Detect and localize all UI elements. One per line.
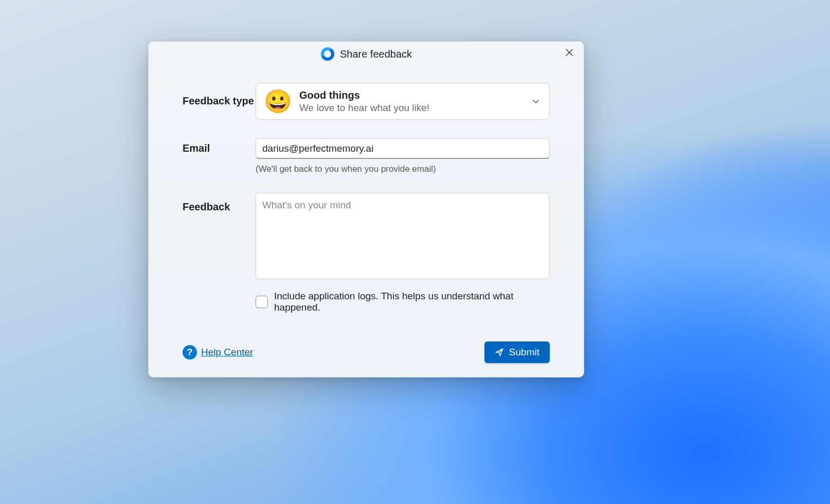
row-feedback: Feedback Include application logs. This … <box>183 193 550 313</box>
submit-button[interactable]: Submit <box>484 341 550 363</box>
label-feedback: Feedback <box>183 193 256 213</box>
row-feedback-type: Feedback type 😀 Good things We love to h… <box>183 83 550 120</box>
dialog-header: Share feedback <box>149 42 584 66</box>
share-feedback-dialog: Share feedback Feedback type 😀 Good thin… <box>148 41 584 377</box>
chevron-down-icon <box>531 98 541 105</box>
include-logs-row: Include application logs. This helps us … <box>256 291 550 313</box>
close-icon <box>566 49 573 58</box>
feedback-type-title: Good things <box>299 88 522 102</box>
grinning-face-icon: 😀 <box>264 88 291 115</box>
feedback-type-subtitle: We love to hear what you like! <box>299 102 522 115</box>
email-hint: (We'll get back to you when you provide … <box>256 164 550 174</box>
label-email: Email <box>183 138 256 154</box>
send-icon <box>495 348 504 357</box>
include-logs-checkbox[interactable] <box>256 296 268 308</box>
help-center-link[interactable]: ? Help Center <box>183 345 253 359</box>
feedback-textarea[interactable] <box>256 193 550 279</box>
feedback-type-select[interactable]: 😀 Good things We love to hear what you l… <box>256 83 550 120</box>
submit-label: Submit <box>509 347 539 358</box>
dialog-body: Feedback type 😀 Good things We love to h… <box>149 66 584 328</box>
include-logs-label: Include application logs. This helps us … <box>274 291 550 313</box>
email-input[interactable] <box>256 138 550 159</box>
row-email: Email (We'll get back to you when you pr… <box>183 138 550 174</box>
help-center-label: Help Center <box>201 347 253 358</box>
dialog-title: Share feedback <box>340 48 412 60</box>
app-ring-icon <box>320 47 335 61</box>
label-feedback-type: Feedback type <box>183 83 256 107</box>
dialog-footer: ? Help Center Submit <box>149 328 584 377</box>
help-icon: ? <box>183 345 197 359</box>
close-button[interactable] <box>559 45 580 61</box>
